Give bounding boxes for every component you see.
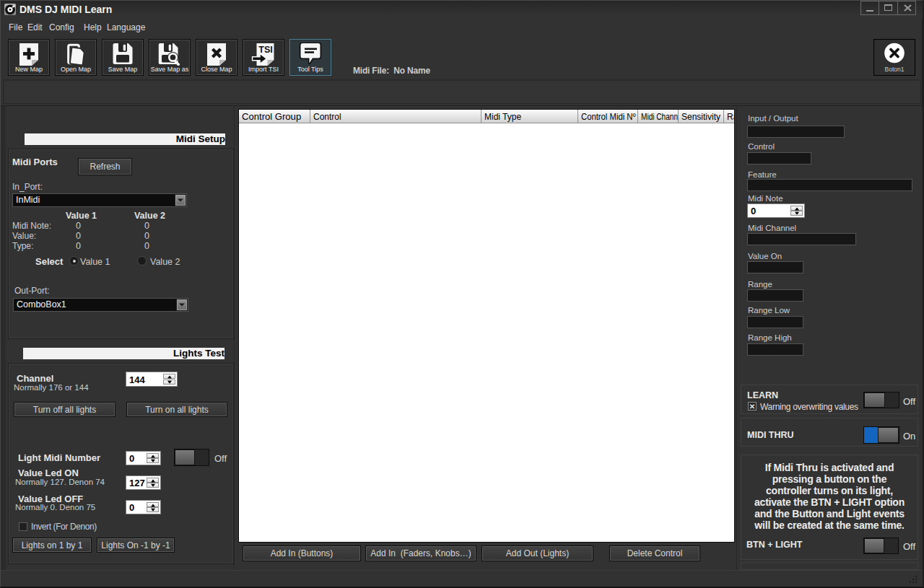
svg-text:TSI: TSI <box>258 45 272 55</box>
